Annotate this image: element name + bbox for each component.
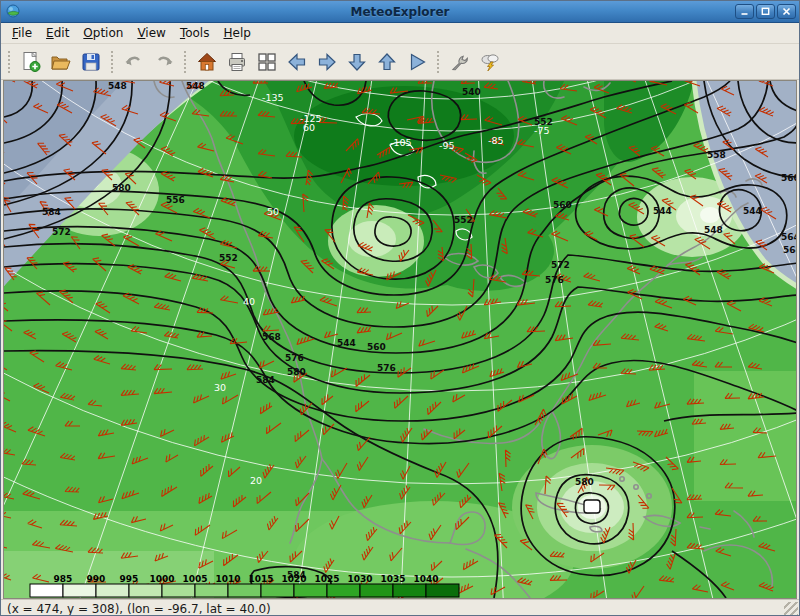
menu-tools[interactable]: Tools: [173, 24, 217, 43]
svg-text:1025: 1025: [314, 574, 339, 584]
tile-windows-icon: [255, 50, 279, 74]
minimize-icon: [740, 7, 749, 16]
weather-button[interactable]: [475, 47, 505, 77]
svg-text:584: 584: [256, 375, 275, 385]
svg-text:544: 544: [337, 338, 356, 348]
arrow-up-icon: [375, 50, 399, 74]
svg-text:995: 995: [120, 574, 139, 584]
close-button[interactable]: [777, 4, 796, 19]
open-button[interactable]: [46, 47, 76, 77]
window-title: MeteoExplorer: [1, 5, 799, 19]
svg-text:1015: 1015: [248, 574, 273, 584]
toolbar-separator: [182, 51, 189, 73]
save-button[interactable]: [76, 47, 106, 77]
svg-text:-105: -105: [390, 137, 412, 148]
svg-text:580: 580: [287, 367, 306, 377]
svg-text:540: 540: [462, 87, 481, 97]
redo-button[interactable]: [149, 47, 179, 77]
svg-text:-75: -75: [534, 125, 550, 136]
svg-text:560: 560: [367, 342, 386, 352]
undo-arrow-icon: [122, 50, 146, 74]
svg-text:1035: 1035: [380, 574, 405, 584]
maximize-button[interactable]: [756, 4, 775, 19]
svg-text:-95: -95: [439, 140, 455, 151]
svg-text:990: 990: [87, 574, 106, 584]
play-icon: [405, 50, 429, 74]
arrow-left-icon: [285, 50, 309, 74]
menu-view[interactable]: View: [130, 24, 172, 43]
svg-text:568: 568: [783, 245, 796, 255]
svg-text:40: 40: [243, 296, 255, 307]
svg-text:1030: 1030: [347, 574, 372, 584]
minimize-button[interactable]: [735, 4, 754, 19]
menu-bar: File Edit Option View Tools Help: [1, 23, 799, 44]
pressure-shading-layer: [4, 81, 796, 598]
svg-text:576: 576: [377, 363, 396, 373]
menu-edit[interactable]: Edit: [39, 24, 76, 43]
animate-button[interactable]: [402, 47, 432, 77]
undo-button[interactable]: [119, 47, 149, 77]
svg-text:552: 552: [454, 215, 473, 225]
title-bar[interactable]: MeteoExplorer: [1, 1, 799, 23]
arrow-right-icon: [315, 50, 339, 74]
open-folder-icon: [49, 50, 73, 74]
tile-windows-button[interactable]: [252, 47, 282, 77]
weather-map-canvas[interactable]: 5485485405525585605445445485645685605725…: [4, 81, 796, 598]
svg-text:1005: 1005: [182, 574, 207, 584]
status-bar: (x = 474, y = 308), (lon = -96.7, lat = …: [1, 599, 799, 616]
svg-text:572: 572: [52, 227, 71, 237]
printer-icon: [225, 50, 249, 74]
wrench-icon: [448, 50, 472, 74]
svg-text:568: 568: [262, 332, 281, 342]
resize-grip[interactable]: [784, 602, 798, 616]
svg-text:30: 30: [214, 382, 226, 393]
svg-text:544: 544: [743, 206, 762, 216]
svg-text:556: 556: [166, 195, 185, 205]
svg-text:560: 560: [781, 173, 796, 183]
svg-text:560: 560: [553, 200, 572, 210]
save-floppy-icon: [79, 50, 103, 74]
svg-text:1040: 1040: [413, 574, 438, 584]
svg-text:-85: -85: [488, 135, 504, 146]
menu-file[interactable]: File: [5, 24, 39, 43]
print-button[interactable]: [222, 47, 252, 77]
svg-text:-135: -135: [262, 92, 284, 103]
new-document-icon: [19, 50, 43, 74]
pan-left-button[interactable]: [282, 47, 312, 77]
toolbar-separator: [6, 51, 13, 73]
home-icon: [195, 50, 219, 74]
svg-text:572: 572: [551, 260, 570, 270]
svg-text:564: 564: [781, 232, 796, 242]
pan-up-button[interactable]: [372, 47, 402, 77]
toolbar-separator: [109, 51, 116, 73]
storm-cloud-icon: [478, 50, 502, 74]
svg-text:548: 548: [108, 81, 127, 91]
svg-text:552: 552: [219, 253, 238, 263]
settings-button[interactable]: [445, 47, 475, 77]
menu-help[interactable]: Help: [216, 24, 257, 43]
pan-right-button[interactable]: [312, 47, 342, 77]
map-viewport[interactable]: 5485485405525585605445445485645685605725…: [3, 80, 797, 599]
toolbar-separator: [435, 51, 442, 73]
svg-text:580: 580: [575, 477, 594, 487]
svg-text:544: 544: [653, 206, 672, 216]
redo-arrow-icon: [152, 50, 176, 74]
menu-option[interactable]: Option: [76, 24, 130, 43]
maximize-icon: [761, 7, 770, 16]
new-button[interactable]: [16, 47, 46, 77]
svg-text:60: 60: [303, 122, 315, 133]
svg-text:548: 548: [704, 225, 723, 235]
svg-text:584: 584: [42, 207, 61, 217]
svg-text:576: 576: [285, 353, 304, 363]
svg-text:558: 558: [707, 150, 726, 160]
application-window: MeteoExplorer File Edit Option View Tool…: [0, 0, 800, 616]
svg-text:20: 20: [250, 475, 262, 486]
arrow-down-icon: [345, 50, 369, 74]
svg-text:1010: 1010: [215, 574, 240, 584]
cursor-position-readout: (x = 474, y = 308), (lon = -96.7, lat = …: [1, 602, 271, 616]
pan-down-button[interactable]: [342, 47, 372, 77]
svg-text:50: 50: [267, 206, 279, 217]
svg-text:985: 985: [54, 574, 73, 584]
home-button[interactable]: [192, 47, 222, 77]
svg-text:1000: 1000: [149, 574, 174, 584]
